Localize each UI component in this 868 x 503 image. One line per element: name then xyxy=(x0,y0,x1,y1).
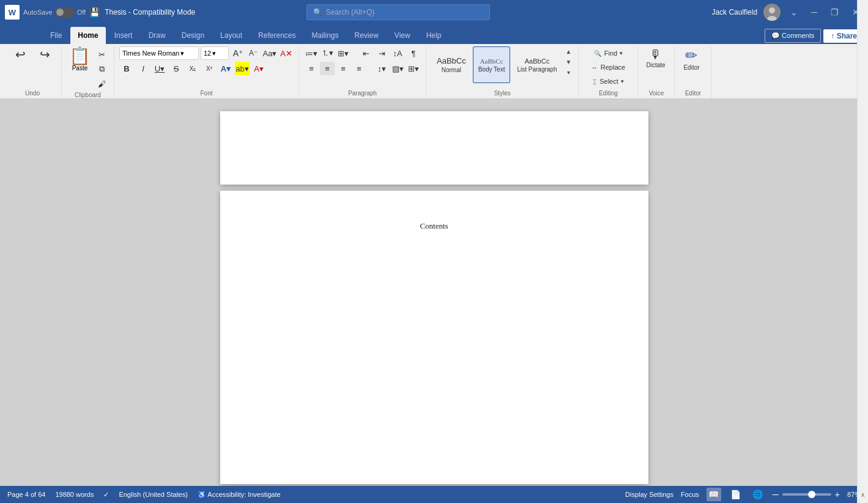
align-right-button[interactable]: ≡ xyxy=(336,62,351,75)
bullets-button[interactable]: ≔▾ xyxy=(304,46,319,60)
justify-button[interactable]: ≡ xyxy=(352,62,366,75)
shading-button[interactable]: ▨▾ xyxy=(390,62,405,75)
format-painter-button[interactable]: 🖌 xyxy=(94,77,109,90)
style-list-paragraph[interactable]: AaBbCc List Paragraph xyxy=(511,46,562,83)
select-icon: ⌶ xyxy=(593,78,596,85)
language[interactable]: English (United States) xyxy=(119,491,188,498)
highlight-button[interactable]: ab▾ xyxy=(235,62,250,75)
copy-button[interactable]: ⧉ xyxy=(94,62,109,76)
line-spacing-button[interactable]: ↕▾ xyxy=(374,62,389,75)
web-layout-button[interactable]: 🌐 xyxy=(751,488,765,501)
change-case-button[interactable]: Aa▾ xyxy=(262,46,277,60)
undo-content: ↩ ↪ xyxy=(9,46,56,89)
text-effects-button[interactable]: A▾ xyxy=(218,62,233,75)
font-row2: B I U▾ S X₂ X² A▾ ab▾ A▾ xyxy=(119,62,294,75)
voice-content: 🎙 Dictate xyxy=(643,46,668,89)
find-button[interactable]: 🔍 Find ▾ xyxy=(584,46,632,60)
minimize-button[interactable]: ─ xyxy=(807,7,821,18)
search-bar[interactable]: 🔍 Search (Alt+Q) xyxy=(306,4,490,20)
align-left-button[interactable]: ≡ xyxy=(304,62,319,75)
bold-button[interactable]: B xyxy=(119,62,134,75)
dictate-label: Dictate xyxy=(646,62,665,68)
select-chevron: ▾ xyxy=(621,78,624,84)
align-center-button[interactable]: ≡ xyxy=(320,62,335,75)
cut-button[interactable]: ✂ xyxy=(94,48,109,61)
zoom-slider[interactable] xyxy=(782,493,831,496)
italic-button[interactable]: I xyxy=(136,62,150,75)
sort-button[interactable]: ↕A xyxy=(390,46,405,60)
page-info: Page 4 of 64 xyxy=(7,491,45,498)
editor-button[interactable]: ✏ Editor xyxy=(680,46,703,73)
dictate-icon: 🎙 xyxy=(650,48,662,61)
focus-button[interactable]: Focus xyxy=(681,491,699,498)
undo-group-label: Undo xyxy=(9,89,56,98)
clear-formatting-button[interactable]: A✕ xyxy=(279,46,294,60)
tab-draw[interactable]: Draw xyxy=(141,27,173,44)
redo-button[interactable]: ↪ xyxy=(33,46,56,64)
tab-help[interactable]: Help xyxy=(419,27,449,44)
tab-home[interactable]: Home xyxy=(70,27,105,44)
search-placeholder: Search (Alt+Q) xyxy=(326,8,375,17)
tab-mailings[interactable]: Mailings xyxy=(304,27,346,44)
dictate-button[interactable]: 🎙 Dictate xyxy=(643,46,668,70)
subscript-button[interactable]: X₂ xyxy=(185,62,200,75)
font-color-button[interactable]: A▾ xyxy=(251,62,266,75)
ribbon-display-button[interactable]: ⌄ xyxy=(787,7,801,18)
tab-view[interactable]: View xyxy=(387,27,418,44)
ribbon-group-editing: 🔍 Find ▾ ↔ Replace ⌶ Select ▾ Editing xyxy=(579,46,638,98)
paste-button[interactable]: 📋 Paste xyxy=(67,46,93,73)
zoom-plus-button[interactable]: + xyxy=(835,490,840,499)
user-avatar[interactable] xyxy=(763,4,781,21)
comments-button[interactable]: 💬 Comments xyxy=(765,29,821,43)
save-button[interactable]: 💾 xyxy=(89,7,100,17)
styles-scroll-down[interactable]: ▼ xyxy=(563,57,573,67)
numbering-button[interactable]: ⒈▾ xyxy=(320,46,335,60)
font-name-value: Times New Roman xyxy=(122,50,179,57)
autosave-toggle[interactable] xyxy=(55,7,75,17)
multilevel-button[interactable]: ⊞▾ xyxy=(336,46,351,60)
strikethrough-button[interactable]: S xyxy=(169,62,184,75)
underline-button[interactable]: U▾ xyxy=(152,62,167,75)
read-mode-button[interactable]: 📖 xyxy=(707,488,721,501)
paste-icon: 📋 xyxy=(69,48,91,65)
shrink-font-button[interactable]: A⁻ xyxy=(246,46,261,60)
ribbon-collapse-button[interactable]: ∧ xyxy=(857,0,868,503)
tab-layout[interactable]: Layout xyxy=(213,27,250,44)
spell-check-icon[interactable]: ✓ xyxy=(103,491,109,499)
tab-references[interactable]: References xyxy=(251,27,303,44)
tab-insert[interactable]: Insert xyxy=(107,27,140,44)
styles-scroll-up[interactable]: ▲ xyxy=(563,46,573,56)
tab-file[interactable]: File xyxy=(43,27,69,44)
ribbon: ↩ ↪ Undo 📋 Paste ✂ ⧉ 🖌 Clipboard xyxy=(0,44,868,99)
font-name-dropdown[interactable]: Times New Roman ▾ xyxy=(119,46,199,60)
decrease-indent-button[interactable]: ⇤ xyxy=(358,46,373,60)
replace-button[interactable]: ↔ Replace xyxy=(584,61,632,74)
display-settings-button[interactable]: Display Settings xyxy=(625,491,673,498)
style-normal[interactable]: AaBbCc Normal xyxy=(431,46,472,83)
borders-button[interactable]: ⊞▾ xyxy=(406,62,421,75)
style-body-text[interactable]: AaBbCc Body Text xyxy=(473,46,511,83)
styles-expand[interactable]: ▾ xyxy=(563,67,573,77)
document-page-main[interactable]: Contents xyxy=(220,191,648,484)
print-layout-button[interactable]: 📄 xyxy=(729,488,743,501)
paragraph-content: ≔▾ ⒈▾ ⊞▾ ⇤ ⇥ ↕A ¶ ≡ ≡ ≡ ≡ ↕▾ ▨▾ xyxy=(304,46,421,89)
select-button[interactable]: ⌶ Select ▾ xyxy=(584,75,632,88)
tab-design[interactable]: Design xyxy=(174,27,212,44)
increase-indent-button[interactable]: ⇥ xyxy=(374,46,389,60)
tab-review[interactable]: Review xyxy=(347,27,386,44)
accessibility-button[interactable]: ♿ Accessibility: Investigate xyxy=(198,491,281,499)
superscript-button[interactable]: X² xyxy=(202,62,217,75)
redo-icon: ↪ xyxy=(40,48,50,61)
status-bar: Page 4 of 64 19880 words ✓ English (Unit… xyxy=(0,486,868,503)
style-body-name: Body Text xyxy=(478,66,505,73)
document-page-top xyxy=(220,111,648,185)
show-formatting-button[interactable]: ¶ xyxy=(406,46,421,60)
ribbon-group-undo: ↩ ↪ Undo xyxy=(4,46,62,98)
zoom-minus-button[interactable]: ─ xyxy=(773,490,779,499)
restore-button[interactable]: ❐ xyxy=(827,7,842,18)
undo-button[interactable]: ↩ xyxy=(9,46,32,64)
font-size-dropdown[interactable]: 12 ▾ xyxy=(201,46,229,60)
svg-point-1 xyxy=(769,7,775,13)
ribbon-group-clipboard: 📋 Paste ✂ ⧉ 🖌 Clipboard xyxy=(62,46,114,98)
grow-font-button[interactable]: A⁺ xyxy=(231,46,245,60)
